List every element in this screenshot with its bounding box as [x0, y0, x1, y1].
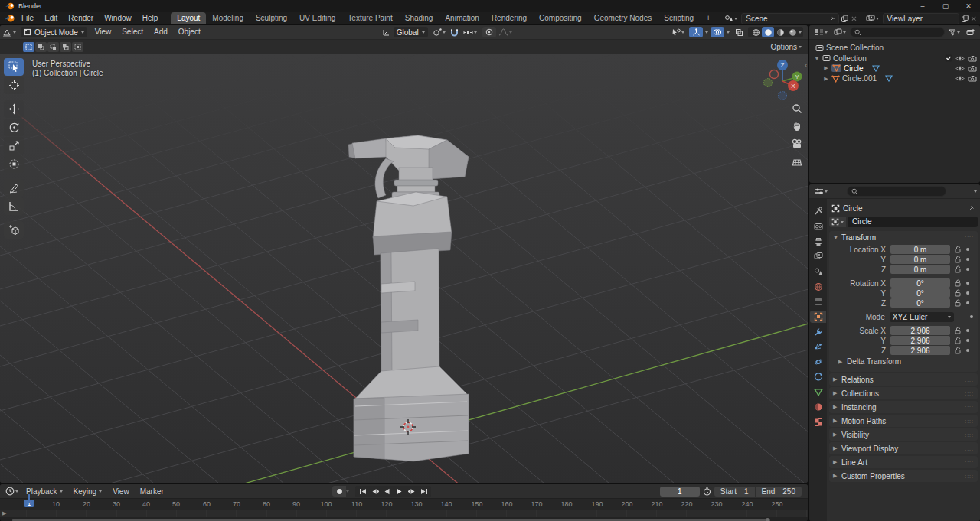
add-cube-tool[interactable]	[4, 221, 24, 239]
scene-copy-icon[interactable]	[841, 15, 849, 23]
rotation-mode-dropdown[interactable]: XYZ Euler	[890, 312, 955, 322]
lock-icon[interactable]	[952, 337, 963, 344]
cursor-tool[interactable]	[4, 77, 24, 94]
transform-tool[interactable]	[4, 155, 24, 173]
animate-dot[interactable]	[970, 315, 973, 318]
circle-001-expand-caret[interactable]: ▶	[823, 76, 829, 82]
animate-dot[interactable]	[966, 282, 969, 285]
lock-icon[interactable]	[952, 265, 963, 273]
collapsed-panel-header[interactable]: ▶ Line Art ::::	[829, 456, 978, 468]
workspace-tab[interactable]: Texture Paint	[341, 12, 398, 24]
tab-output[interactable]	[810, 235, 826, 248]
tab-object-data[interactable]	[810, 386, 826, 399]
navigation-gizmo[interactable]: Z Y X	[756, 54, 807, 105]
timeline-editor-type-button[interactable]	[3, 487, 21, 496]
animate-dot[interactable]	[966, 248, 969, 251]
snap-magnet-button[interactable]	[448, 28, 461, 37]
properties-options-caret[interactable]	[974, 190, 977, 194]
panel-drag-dots[interactable]: ::::	[965, 377, 974, 383]
workspace-tab[interactable]: UV Editing	[293, 12, 341, 24]
workspace-tab[interactable]: +	[700, 12, 717, 24]
viewlayer-name[interactable]: ViewLayer	[886, 15, 925, 23]
viewport-menu-item[interactable]: Select	[116, 26, 149, 38]
disable-render-camera-icon[interactable]	[968, 65, 977, 72]
panel-drag-dots[interactable]: ::::	[965, 405, 974, 410]
panel-drag-dots[interactable]: ::::	[965, 474, 974, 479]
camera-view-icon[interactable]	[790, 137, 803, 150]
animate-dot[interactable]	[966, 329, 969, 332]
animate-dot[interactable]	[966, 291, 969, 295]
properties-editor-type-button[interactable]	[812, 187, 830, 195]
animate-dot[interactable]	[966, 268, 969, 271]
prev-keyframe-button[interactable]	[369, 487, 381, 497]
select-mode-subtract-button[interactable]	[47, 42, 59, 52]
timeline-menu-item[interactable]: Marker	[135, 487, 169, 496]
breadcrumb-object-name[interactable]: Circle	[843, 204, 863, 213]
lock-icon[interactable]	[952, 289, 963, 297]
workspace-tab[interactable]: Layout	[171, 12, 206, 24]
collapsed-panel-header[interactable]: ▶ Motion Paths ::::	[829, 415, 978, 427]
viewlayer-field[interactable]: ViewLayer	[883, 13, 959, 24]
pin-icon[interactable]	[829, 15, 836, 22]
select-mode-invert-button[interactable]	[60, 42, 71, 52]
animate-dot[interactable]	[966, 349, 969, 352]
collapsed-panel-header[interactable]: ▶ Visibility ::::	[829, 428, 978, 441]
outliner-display-mode-button[interactable]	[831, 28, 848, 36]
close-button[interactable]: ✕	[957, 0, 980, 12]
workspace-tab[interactable]: Rendering	[485, 12, 533, 24]
maximize-button[interactable]: ▢	[934, 0, 957, 12]
animate-dot[interactable]	[966, 301, 969, 304]
disable-render-camera-icon[interactable]	[968, 75, 977, 82]
outliner-row-collection[interactable]: ▼ Collection	[809, 53, 980, 63]
outliner-row-scene-collection[interactable]: Scene Collection	[809, 43, 980, 53]
lock-icon[interactable]	[952, 347, 963, 354]
play-button[interactable]	[394, 487, 405, 497]
pin-icon[interactable]	[968, 204, 975, 212]
panel-drag-dots[interactable]: ::::	[965, 432, 974, 438]
orientation-dropdown[interactable]: Global	[394, 27, 428, 37]
menu-item[interactable]: Help	[137, 12, 164, 24]
hide-viewport-eye-icon[interactable]	[956, 65, 965, 72]
minimize-button[interactable]: –	[911, 0, 934, 12]
panel-drag-dots[interactable]: ::::	[965, 446, 974, 451]
rotate-tool[interactable]	[4, 119, 24, 136]
menu-item[interactable]: File	[16, 12, 39, 24]
playhead[interactable]	[28, 494, 30, 503]
workspace-tab[interactable]: Animation	[439, 12, 485, 24]
viewport-menu-item[interactable]: Object	[173, 26, 206, 38]
timeline-track[interactable]: ▶	[0, 510, 808, 517]
animate-dot[interactable]	[966, 339, 969, 342]
editor-type-button[interactable]	[0, 28, 18, 37]
xray-toggle[interactable]	[732, 27, 746, 37]
animate-dot[interactable]	[966, 258, 969, 261]
outliner-editor-type-button[interactable]	[812, 28, 830, 36]
circle-expand-caret[interactable]: ▶	[823, 65, 829, 71]
lock-icon[interactable]	[952, 246, 963, 253]
tab-object[interactable]	[810, 311, 826, 324]
object-name-input[interactable]: Circle	[848, 217, 978, 227]
menu-item[interactable]: Edit	[39, 12, 63, 24]
select-mode-extend-button[interactable]	[35, 42, 47, 52]
tab-particles[interactable]	[810, 340, 826, 353]
lock-icon[interactable]	[952, 327, 963, 334]
tab-world[interactable]	[810, 280, 826, 293]
pan-view-icon[interactable]	[790, 119, 803, 132]
viewport-menu-item[interactable]: Add	[149, 26, 173, 38]
checkbox-icon[interactable]	[945, 54, 952, 62]
value-field[interactable]: 0 m	[890, 265, 950, 274]
jump-to-end-button[interactable]	[418, 487, 430, 497]
outliner-search-input[interactable]	[850, 27, 945, 37]
collection-expand-caret[interactable]: ▼	[814, 56, 820, 61]
panel-drag-dots[interactable]: ::::	[965, 235, 974, 240]
stopwatch-icon[interactable]	[703, 487, 711, 496]
tab-physics[interactable]	[810, 356, 826, 369]
scene-icon[interactable]	[722, 15, 740, 22]
tab-collection[interactable]	[810, 295, 826, 308]
pivot-point-button[interactable]	[430, 28, 448, 37]
new-collection-button[interactable]	[964, 28, 977, 36]
viewlayer-remove-icon[interactable]: ✕	[971, 15, 977, 23]
value-field[interactable]: 0 m	[890, 255, 950, 264]
jump-to-start-button[interactable]	[357, 487, 368, 497]
hide-viewport-eye-icon[interactable]	[956, 55, 965, 62]
channel-expand-arrow[interactable]: ▶	[2, 510, 6, 516]
